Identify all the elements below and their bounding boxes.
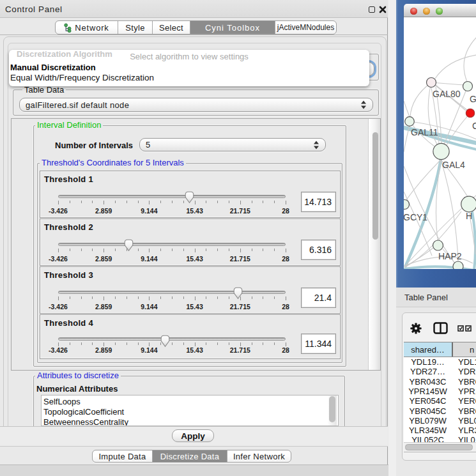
svg-text:HAP2: HAP2 [438,251,462,261]
svg-text:H: H [466,211,472,221]
svg-text:GAL80: GAL80 [433,89,461,99]
svg-text:GAL4: GAL4 [442,160,465,170]
svg-text:GAL11: GAL11 [411,127,438,137]
svg-text:GA: GA [470,94,476,104]
svg-text:C: C [472,121,476,131]
svg-text:GCY1: GCY1 [404,212,427,222]
